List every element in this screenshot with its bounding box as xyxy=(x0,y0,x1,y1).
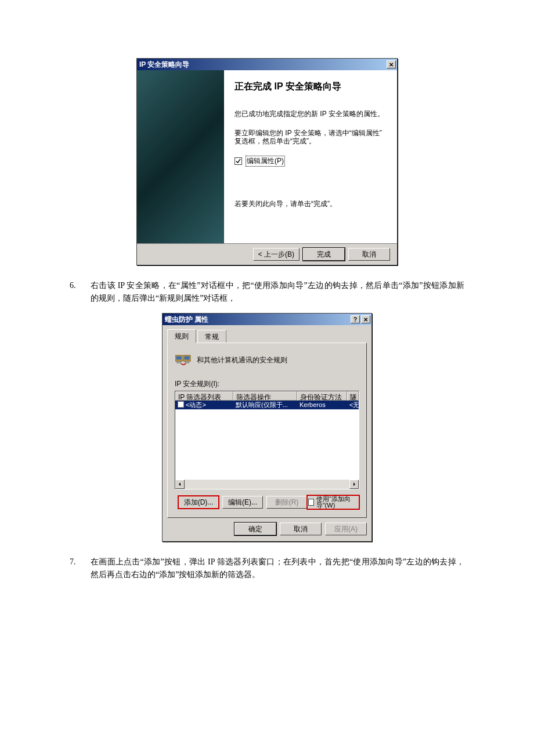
remove-button: 删除(R) xyxy=(266,496,307,509)
props-footer: 确定 取消 应用(A) xyxy=(163,523,371,541)
checkbox-unchecked-icon xyxy=(308,499,314,506)
ip-security-wizard-dialog: IP 安全策略向导 ✕ 正在完成 IP 安全策略向导 您已成功地完成指定您的新 … xyxy=(136,58,398,265)
doc-step-6: 6. 右击该 IP 安全策略，在“属性”对话框中，把“使用添加向导”左边的钩去掉… xyxy=(70,279,464,305)
tab-general[interactable]: 常规 xyxy=(197,330,226,344)
wizard-body: 正在完成 IP 安全策略向导 您已成功地完成指定您的新 IP 安全策略的属性。 … xyxy=(137,70,397,243)
ip-security-rules-list[interactable]: IP 筛选器列表 筛选器操作 身份验证方法 隧 <动态> 默认响应(仅限于...… xyxy=(175,391,359,489)
scroll-left-icon[interactable] xyxy=(175,480,185,489)
props-title-text: 蠕虫防护 属性 xyxy=(165,315,349,325)
cancel-button[interactable]: 取消 xyxy=(280,523,322,535)
table-row[interactable]: <动态> 默认响应(仅限于... Kerberos <无 xyxy=(175,401,359,409)
wizard-footer: < 上一步(B) 完成 取消 xyxy=(137,243,397,265)
wizard-titlebar: IP 安全策略向导 ✕ xyxy=(137,59,397,70)
svg-rect-4 xyxy=(185,357,190,360)
wizard-main-panel: 正在完成 IP 安全策略向导 您已成功地完成指定您的新 IP 安全策略的属性。 … xyxy=(224,70,397,243)
props-titlebar: 蠕虫防护 属性 ? ✕ xyxy=(163,314,371,325)
step-text: 右击该 IP 安全策略，在“属性”对话框中，把“使用添加向导”左边的钩去掉，然后… xyxy=(91,279,464,305)
panel-heading-text: 和其他计算机通讯的安全规则 xyxy=(197,355,287,365)
wizard-sidebar-image xyxy=(137,70,224,243)
list-horizontal-scrollbar[interactable] xyxy=(175,480,359,489)
scroll-right-icon[interactable] xyxy=(349,480,359,489)
help-icon[interactable]: ? xyxy=(351,315,360,323)
list-body: <动态> 默认响应(仅限于... Kerberos <无 xyxy=(175,401,359,480)
tab-rules[interactable]: 规则 xyxy=(167,329,196,343)
wizard-success-text: 您已成功地完成指定您的新 IP 安全策略的属性。 xyxy=(234,109,387,118)
close-icon[interactable]: ✕ xyxy=(361,315,370,323)
cancel-button[interactable]: 取消 xyxy=(348,248,390,261)
policy-properties-dialog: 蠕虫防护 属性 ? ✕ 规则 常规 xyxy=(162,313,372,542)
col-filter-action[interactable]: 筛选器操作 xyxy=(233,391,297,401)
row-auth-method: Kerberos xyxy=(297,401,347,409)
edit-button[interactable]: 编辑(E)... xyxy=(222,496,263,509)
add-button[interactable]: 添加(D)... xyxy=(178,496,219,509)
use-add-wizard-checkbox[interactable]: 使用“添加向导”(W) xyxy=(307,495,359,509)
network-computers-icon xyxy=(175,352,192,368)
close-icon[interactable]: ✕ xyxy=(387,60,396,69)
ok-button[interactable]: 确定 xyxy=(234,523,276,535)
back-button[interactable]: < 上一步(B) xyxy=(253,248,300,261)
step-number: 7. xyxy=(70,556,91,581)
checkbox-checked-icon xyxy=(234,157,242,165)
apply-button: 应用(A) xyxy=(325,523,367,535)
edit-properties-checkbox[interactable]: 编辑属性(P) xyxy=(234,156,387,167)
wizard-title-text: IP 安全策略向导 xyxy=(139,60,385,70)
wizard-heading: 正在完成 IP 安全策略向导 xyxy=(234,81,387,93)
col-tunnel[interactable]: 隧 xyxy=(347,391,359,401)
col-auth-method[interactable]: 身份验证方法 xyxy=(297,391,347,401)
scrollbar-track[interactable] xyxy=(185,480,349,489)
row-filter-list-text: <动态> xyxy=(186,401,206,408)
step-text: 在画面上点击“添加”按钮，弹出 IP 筛选器列表窗口；在列表中，首先把“使用添加… xyxy=(91,556,464,581)
rules-list-label: IP 安全规则(I): xyxy=(175,379,359,389)
col-filter-list[interactable]: IP 筛选器列表 xyxy=(175,391,233,401)
svg-rect-5 xyxy=(185,361,189,363)
row-tunnel: <无 xyxy=(347,401,359,409)
rule-buttons-row: 添加(D)... 编辑(E)... 删除(R) 使用“添加向导”(W) xyxy=(175,495,359,509)
step-number: 6. xyxy=(70,279,91,305)
props-tabs: 规则 常规 xyxy=(163,325,371,343)
panel-heading-row: 和其他计算机通讯的安全规则 xyxy=(175,352,359,368)
finish-button[interactable]: 完成 xyxy=(303,248,345,261)
row-checkbox-icon[interactable] xyxy=(178,401,184,408)
rules-tab-panel: 和其他计算机通讯的安全规则 IP 安全规则(I): IP 筛选器列表 筛选器操作… xyxy=(167,343,367,518)
row-filter-list: <动态> xyxy=(175,401,233,409)
row-filter-action: 默认响应(仅限于... xyxy=(233,401,297,409)
svg-rect-1 xyxy=(176,357,182,360)
doc-step-7: 7. 在画面上点击“添加”按钮，弹出 IP 筛选器列表窗口；在列表中，首先把“使… xyxy=(70,556,464,581)
svg-rect-2 xyxy=(177,361,181,363)
edit-properties-label: 编辑属性(P) xyxy=(246,156,285,167)
use-add-wizard-label: 使用“添加向导”(W) xyxy=(316,496,358,509)
wizard-close-hint: 若要关闭此向导，请单击“完成”。 xyxy=(234,199,387,208)
wizard-edit-hint: 要立即编辑您的 IP 安全策略，请选中“编辑属性”复选框，然后单击“完成”。 xyxy=(234,129,387,145)
list-header: IP 筛选器列表 筛选器操作 身份验证方法 隧 xyxy=(175,391,359,401)
